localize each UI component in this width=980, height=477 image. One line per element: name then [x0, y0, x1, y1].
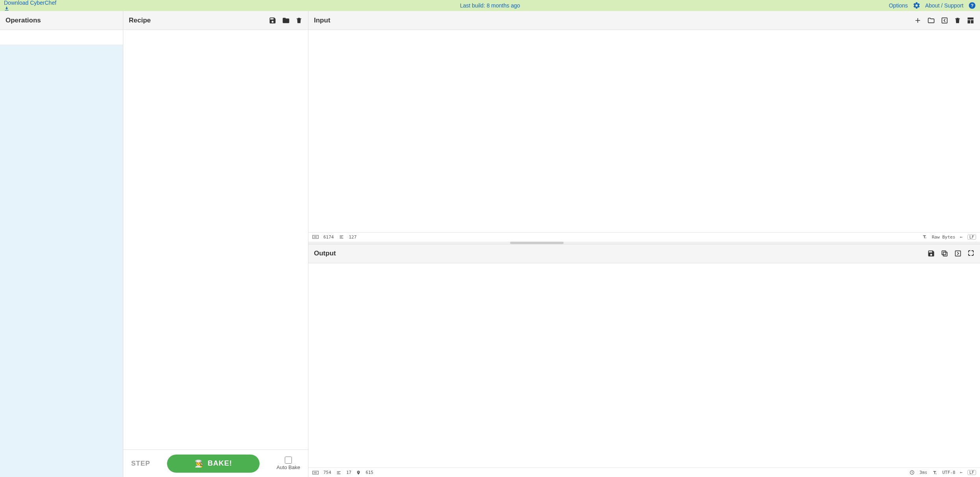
- download-link[interactable]: Download CyberChef: [4, 0, 59, 11]
- input-title: Input: [314, 17, 330, 24]
- cursor-icon: [356, 470, 361, 475]
- input-status: ABC 6174 127 T Raw Bytes ← LF: [308, 232, 980, 242]
- svg-text:ABC: ABC: [314, 471, 317, 474]
- input-format[interactable]: Raw Bytes: [932, 235, 956, 240]
- operations-panel: Operations: [0, 11, 123, 477]
- eol-arrow-icon: ←: [960, 470, 963, 475]
- bake-bar: STEP 👨‍🍳 BAKE! Auto Bake: [123, 449, 308, 477]
- input-lines: 127: [349, 235, 357, 240]
- output-cursor: 615: [366, 470, 373, 475]
- search-input[interactable]: [0, 30, 123, 45]
- format-icon: T: [922, 235, 927, 239]
- svg-rect-11: [955, 251, 960, 256]
- save-output-icon[interactable]: [927, 250, 935, 257]
- svg-rect-3: [968, 17, 974, 19]
- output-title: Output: [314, 250, 336, 257]
- output-text[interactable]: [308, 263, 980, 468]
- auto-bake[interactable]: Auto Bake: [277, 457, 300, 470]
- input-eol[interactable]: LF: [967, 235, 976, 240]
- open-folder-icon[interactable]: [927, 17, 935, 24]
- add-input-icon[interactable]: [914, 17, 922, 24]
- eol-arrow-icon: ←: [960, 235, 963, 240]
- reset-layout-icon[interactable]: [967, 17, 974, 24]
- output-header: Output: [308, 244, 980, 263]
- load-recipe-icon[interactable]: [282, 17, 290, 24]
- bake-button[interactable]: 👨‍🍳 BAKE!: [167, 455, 260, 473]
- output-panel: Output ABC 754 17 615 3ms: [308, 244, 980, 477]
- lines-icon: [336, 470, 342, 475]
- gear-icon[interactable]: [913, 2, 921, 9]
- input-scrollbar[interactable]: [308, 242, 980, 244]
- operations-header: Operations: [0, 11, 123, 30]
- step-button[interactable]: STEP: [131, 460, 150, 468]
- copy-output-icon[interactable]: [941, 250, 948, 257]
- output-length: 754: [323, 470, 331, 475]
- svg-rect-4: [968, 20, 971, 23]
- svg-text:T: T: [925, 237, 926, 239]
- length-icon: ABC: [312, 235, 319, 239]
- move-output-icon[interactable]: [954, 250, 962, 257]
- input-header: Input: [308, 11, 980, 30]
- options-link[interactable]: Options: [889, 2, 908, 9]
- about-link[interactable]: About / Support: [925, 2, 963, 9]
- io-column: Input ABC 6174 127 T Raw Bytes: [308, 11, 980, 477]
- recipe-title: Recipe: [129, 17, 151, 24]
- format-icon: T: [932, 470, 937, 475]
- recipe-panel: Recipe STEP 👨‍🍳 BAKE! Auto Bake: [123, 11, 308, 477]
- svg-rect-9: [943, 252, 947, 256]
- svg-rect-2: [942, 18, 947, 23]
- output-eol[interactable]: LF: [967, 470, 976, 475]
- save-recipe-icon[interactable]: [269, 17, 277, 24]
- input-panel: Input ABC 6174 127 T Raw Bytes: [308, 11, 980, 244]
- operations-title: Operations: [6, 17, 41, 24]
- svg-rect-10: [942, 251, 946, 255]
- clear-recipe-icon[interactable]: [295, 17, 303, 24]
- svg-text:ABC: ABC: [314, 236, 317, 238]
- input-length: 6174: [323, 235, 334, 240]
- output-lines: 17: [346, 470, 351, 475]
- help-icon[interactable]: ?: [968, 2, 976, 9]
- svg-text:T: T: [935, 473, 937, 475]
- output-status: ABC 754 17 615 3ms T UTF-8 ← LF: [308, 468, 980, 477]
- svg-text:?: ?: [971, 3, 973, 8]
- svg-rect-5: [971, 20, 974, 23]
- clear-input-icon[interactable]: [954, 17, 961, 24]
- operations-list: [0, 45, 123, 477]
- lines-icon: [339, 235, 344, 239]
- output-format[interactable]: UTF-8: [942, 470, 955, 475]
- maximize-output-icon[interactable]: [967, 250, 974, 257]
- recipe-body: [123, 30, 308, 449]
- chef-icon: 👨‍🍳: [195, 459, 204, 468]
- input-text[interactable]: [308, 30, 980, 232]
- auto-bake-checkbox[interactable]: [285, 457, 292, 464]
- length-icon: ABC: [312, 471, 319, 475]
- output-time: 3ms: [919, 470, 927, 475]
- last-build[interactable]: Last build: 8 months ago: [460, 2, 520, 9]
- open-file-icon[interactable]: [941, 17, 948, 24]
- recipe-header: Recipe: [123, 11, 308, 30]
- top-banner: Download CyberChef Last build: 8 months …: [0, 0, 980, 11]
- time-icon: [909, 470, 915, 475]
